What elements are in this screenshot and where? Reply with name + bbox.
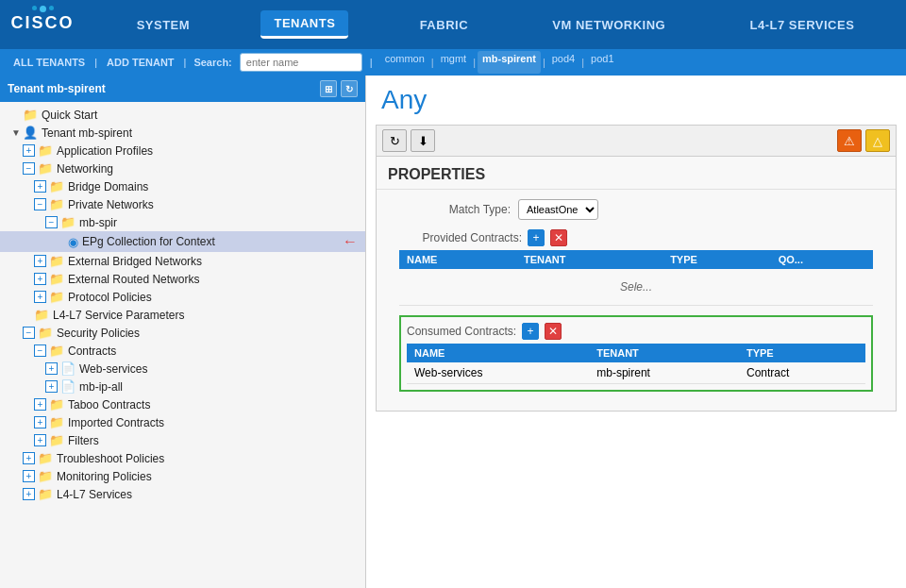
- properties-panel: ↻ ⬇ ⚠ △ PROPERTIES Match Type: AtleastOn…: [376, 125, 897, 412]
- tree-troubleshoot[interactable]: + 📁 Troubleshoot Policies: [0, 449, 365, 467]
- cisco-logo: CISCO: [9, 6, 76, 43]
- tree-networking[interactable]: − 📁 Networking: [0, 160, 365, 177]
- plus-icon: +: [23, 144, 35, 157]
- folder-icon: 📁: [49, 179, 64, 193]
- download-button[interactable]: ⬇: [411, 129, 435, 152]
- props-toolbar: ↻ ⬇ ⚠ △: [377, 126, 896, 157]
- tree-imported-contracts[interactable]: + 📁 Imported Contracts: [0, 413, 365, 431]
- consumed-row[interactable]: Web-services mb-spirent Contract: [407, 362, 865, 384]
- plus-icon: +: [34, 273, 46, 285]
- tree-ext-routed[interactable]: + 📁 External Routed Networks: [0, 270, 365, 288]
- provided-contracts-header: Provided Contracts: + ✕: [399, 229, 873, 246]
- tree-tenant[interactable]: ▼ 👤 Tenant mb-spirent: [0, 124, 365, 142]
- refresh-button[interactable]: ↻: [382, 129, 407, 152]
- consumed-contracts-table: NAME TENANT TYPE Web-services mb-spirent…: [407, 344, 865, 384]
- tree-label: Monitoring Policies: [57, 470, 152, 483]
- tree-epg-collection[interactable]: ◉ EPg Collection for Context ←: [0, 231, 365, 252]
- nav-fabric[interactable]: FABRIC: [407, 12, 481, 38]
- consumed-add-button[interactable]: +: [522, 323, 539, 340]
- page-title: Any: [366, 76, 906, 125]
- tab-mgmt[interactable]: mgmt: [436, 51, 472, 74]
- nav-items: SYSTEM TENANTS FABRIC VM NETWORKING L4-L…: [94, 10, 897, 39]
- folder-icon: 📁: [49, 290, 64, 304]
- search-input[interactable]: [240, 53, 362, 72]
- consumed-remove-button[interactable]: ✕: [545, 323, 562, 340]
- minus-icon: −: [45, 216, 58, 228]
- tree-label: Tenant mb-spirent: [42, 126, 132, 140]
- nav-l4l7[interactable]: L4-L7 SERVICES: [737, 12, 868, 38]
- match-type-row: Match Type: AtleastOne All None: [388, 199, 884, 220]
- col-tenant: TENANT: [516, 250, 663, 269]
- folder-icon: 📁: [49, 197, 64, 211]
- match-type-select[interactable]: AtleastOne All None: [518, 199, 598, 220]
- provided-add-button[interactable]: +: [528, 229, 545, 246]
- tree-label: Quick Start: [42, 109, 97, 122]
- tree-label: External Routed Networks: [68, 273, 199, 286]
- tree-filters[interactable]: + 📁 Filters: [0, 431, 365, 449]
- col-type: TYPE: [663, 250, 771, 269]
- tree-protocol-policies[interactable]: + 📁 Protocol Policies: [0, 288, 365, 306]
- tree-monitoring[interactable]: + 📁 Monitoring Policies: [0, 467, 365, 485]
- sidebar-grid-icon[interactable]: ⊞: [320, 80, 337, 97]
- plus-icon: +: [34, 434, 46, 446]
- folder-icon: 📁: [38, 451, 53, 465]
- nav-vm-networking[interactable]: VM NETWORKING: [539, 12, 679, 38]
- main-layout: Tenant mb-spirent ⊞ ↻ 📁 Quick Start ▼ 👤 …: [0, 76, 906, 588]
- tree-label: External Bridged Networks: [68, 255, 202, 268]
- plus-icon: +: [34, 416, 46, 428]
- plus-icon: +: [23, 470, 35, 482]
- doc-icon: 📄: [60, 379, 76, 394]
- tree-web-services[interactable]: + 📄 Web-services: [0, 360, 365, 378]
- sidebar-header: Tenant mb-spirent ⊞ ↻: [0, 76, 365, 102]
- consumed-contracts-header: Consumed Contracts: + ✕: [407, 323, 865, 340]
- col-name: NAME: [399, 250, 516, 269]
- folder-icon: 📁: [23, 108, 38, 122]
- all-tenants-link[interactable]: ALL TENANTS: [8, 55, 91, 70]
- provided-remove-button[interactable]: ✕: [550, 229, 567, 246]
- tree-app-profiles[interactable]: + 📁 Application Profiles: [0, 142, 365, 160]
- consumed-type: Contract: [739, 362, 865, 384]
- tree-label: EPg Collection for Context: [82, 235, 215, 248]
- tree-private-networks[interactable]: − 📁 Private Networks: [0, 195, 365, 213]
- tab-pod4[interactable]: pod4: [547, 51, 579, 74]
- tree-label: Private Networks: [68, 198, 154, 211]
- nav-tenants[interactable]: TENANTS: [260, 10, 348, 39]
- tree-label: Filters: [68, 434, 99, 447]
- tree-mb-ip-all[interactable]: + 📄 mb-ip-all: [0, 378, 365, 395]
- tree-label: Imported Contracts: [68, 416, 164, 429]
- tree-quick-start[interactable]: 📁 Quick Start: [0, 106, 365, 124]
- tab-common[interactable]: common: [380, 51, 429, 74]
- tab-mb-spirent[interactable]: mb-spirent: [478, 51, 541, 74]
- warning-button[interactable]: ⚠: [837, 129, 862, 152]
- plus-icon: +: [45, 380, 58, 393]
- tab-pod1[interactable]: pod1: [586, 51, 618, 74]
- main-content: Any ↻ ⬇ ⚠ △ PROPERTIES Match Type:: [366, 76, 906, 588]
- provided-contracts-table: NAME TENANT TYPE QO... Sele...: [399, 250, 873, 306]
- tree-contracts[interactable]: − 📁 Contracts: [0, 342, 365, 360]
- folder-icon: 📁: [49, 415, 64, 429]
- plus-icon: +: [45, 362, 58, 375]
- tree-label: Contracts: [68, 344, 116, 358]
- provided-label: Provided Contracts:: [399, 231, 522, 244]
- tree-bridge-domains[interactable]: + 📁 Bridge Domains: [0, 177, 365, 195]
- tree-label: Networking: [57, 162, 113, 176]
- properties-title: PROPERTIES: [377, 157, 896, 190]
- alert-button[interactable]: △: [865, 129, 890, 152]
- doc-icon: 📄: [60, 361, 76, 376]
- tree-l4l7-services[interactable]: + 📁 L4-L7 Services: [0, 485, 365, 503]
- expand-icon: ▼: [11, 127, 21, 138]
- tree-security-policies[interactable]: − 📁 Security Policies: [0, 324, 365, 342]
- sidebar-refresh-icon[interactable]: ↻: [341, 80, 358, 97]
- add-tenant-link[interactable]: ADD TENANT: [101, 55, 180, 70]
- folder-icon: 📁: [49, 397, 64, 412]
- minus-icon: −: [34, 198, 46, 210]
- consumed-name: Web-services: [407, 362, 589, 384]
- tree-ext-bridged[interactable]: + 📁 External Bridged Networks: [0, 252, 365, 270]
- tree-label: Security Policies: [57, 327, 140, 340]
- nav-system[interactable]: SYSTEM: [124, 12, 203, 38]
- tree-label: Application Profiles: [57, 144, 153, 158]
- minus-icon: −: [23, 327, 35, 339]
- tree-taboo-contracts[interactable]: + 📁 Taboo Contracts: [0, 395, 365, 413]
- tree-l4l7-params[interactable]: 📁 L4-L7 Service Parameters: [0, 306, 365, 324]
- tree-mb-spir[interactable]: − 📁 mb-spir: [0, 213, 365, 231]
